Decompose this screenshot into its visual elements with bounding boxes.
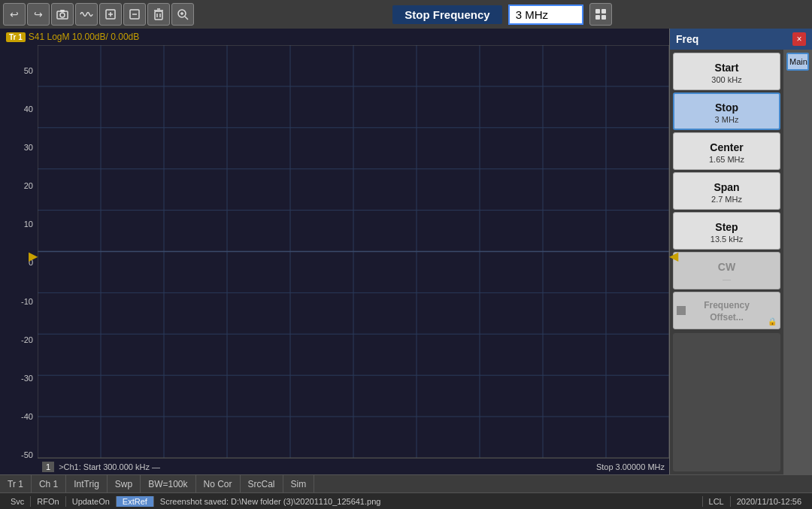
svg-rect-17 [595, 9, 600, 14]
tab-swp[interactable]: Swp [108, 475, 141, 492]
panel-sidebar: Main [783, 50, 812, 474]
panel-spacer [673, 333, 780, 471]
freq-offset-button[interactable]: FrequencyOffset... 🔒 [673, 292, 780, 329]
panel-body: Start 300 kHz Stop 3 MHz Center 1.65 MHz… [670, 50, 812, 474]
y-label-40: 40 [24, 105, 33, 114]
trace-label: Tr 1 S41 LogM 10.00dB/ 0.00dB [6, 32, 139, 42]
svg-line-14 [185, 17, 188, 20]
span-button[interactable]: Span 2.7 MHz [673, 172, 780, 210]
svg-rect-18 [601, 9, 606, 14]
zero-marker-left: ▶ [29, 248, 38, 262]
right-panel: Freq × Start 300 kHz Stop 3 MHz Center 1… [669, 29, 812, 474]
svg-rect-8 [155, 11, 162, 20]
freq-label: Stop Frequency [392, 5, 501, 24]
redo-button[interactable]: ↪ [27, 3, 50, 26]
panel-close-button[interactable]: × [792, 32, 806, 46]
svg-rect-20 [601, 15, 606, 20]
status-updateon: UpdateOn [66, 496, 117, 507]
tab-srccal[interactable]: SrcCal [241, 475, 283, 492]
main-content: Tr 1 S41 LogM 10.00dB/ 0.00dB 50 40 30 2… [0, 29, 812, 474]
main-tab-button[interactable]: Main [786, 53, 809, 71]
y-label-n40: -40 [21, 412, 33, 421]
svg-rect-2 [60, 10, 65, 12]
panel-title: Freq [676, 33, 698, 45]
zero-marker-right: ◀ [669, 248, 678, 262]
y-label-n10: -10 [21, 297, 33, 306]
trace-badge: Tr 1 [6, 32, 26, 42]
status-time: 2020/11/10-12:56 [730, 496, 807, 507]
tab-sim[interactable]: Sim [283, 475, 315, 492]
y-label-30: 30 [24, 143, 33, 152]
tab-inttrig[interactable]: IntTrig [66, 475, 108, 492]
tab-tr1[interactable]: Tr 1 [0, 475, 32, 492]
start-button[interactable]: Start 300 kHz [673, 53, 780, 90]
status-lcl: LCL [702, 496, 730, 507]
svg-rect-19 [595, 15, 600, 20]
status-svc: Svc [5, 496, 31, 507]
y-label-50: 50 [24, 66, 33, 75]
tab-nocor[interactable]: No Cor [196, 475, 241, 492]
y-label-n30: -30 [21, 374, 33, 383]
tab-bw100k[interactable]: BW=100k [141, 475, 195, 492]
undo-button[interactable]: ↩ [3, 3, 26, 26]
delete-button[interactable] [147, 3, 170, 26]
freq-input[interactable] [508, 5, 583, 25]
panel-header: Freq × [670, 29, 812, 50]
tab-ch1[interactable]: Ch 1 [32, 475, 66, 492]
freq-display: Stop Frequency [195, 3, 809, 26]
y-label-20: 20 [24, 181, 33, 190]
y-label-n20: -20 [21, 335, 33, 344]
y-label-n50: -50 [21, 450, 33, 459]
x-start-label: >Ch1: Start 300.000 kHz — [59, 462, 160, 471]
wave-button[interactable] [75, 3, 98, 26]
cw-button[interactable]: CW — [673, 252, 780, 289]
freq-calc-button[interactable] [589, 3, 612, 26]
toolbar: ↩ ↪ [0, 0, 812, 29]
chart-area: Tr 1 S41 LogM 10.00dB/ 0.00dB 50 40 30 2… [0, 29, 669, 474]
zoom-button[interactable] [171, 3, 194, 26]
status-rfon: RFOn [31, 496, 65, 507]
y-axis: 50 40 30 20 10 0 -10 -20 -30 -40 -50 [0, 66, 38, 459]
status-extref: ExtRef [117, 496, 154, 507]
svg-point-1 [60, 13, 65, 17]
bottom-tabs: Tr 1 Ch 1 IntTrig Swp BW=100k No Cor Src… [0, 474, 812, 492]
panel-button-list: Start 300 kHz Stop 3 MHz Center 1.65 MHz… [670, 50, 783, 474]
chart-plot: ▶ ◀ [38, 45, 669, 458]
status-bar: Svc RFOn UpdateOn ExtRef Screenshot save… [0, 492, 812, 509]
status-message: Screenshot saved: D:\New folder (3)\2020… [154, 496, 702, 507]
y-label-10: 10 [24, 220, 33, 229]
x-stop-label: Stop 3.00000 MHz [596, 462, 665, 471]
chart-status-bar: 1 >Ch1: Start 300.000 kHz — Stop 3.00000… [38, 458, 669, 474]
chart-header: Tr 1 S41 LogM 10.00dB/ 0.00dB [0, 29, 669, 45]
lock-icon: 🔒 [768, 317, 777, 326]
export-button[interactable] [99, 3, 122, 26]
import-button[interactable] [123, 3, 146, 26]
step-button[interactable]: Step 13.5 kHz [673, 212, 780, 250]
center-button[interactable]: Center 1.65 MHz [673, 132, 780, 170]
channel-number: 1 [42, 462, 54, 472]
chart-grid-svg [38, 45, 669, 458]
offset-indicator [677, 306, 686, 315]
camera-button[interactable] [51, 3, 74, 26]
trace-info: S41 LogM 10.00dB/ 0.00dB [29, 32, 139, 42]
stop-button[interactable]: Stop 3 MHz [673, 92, 780, 130]
